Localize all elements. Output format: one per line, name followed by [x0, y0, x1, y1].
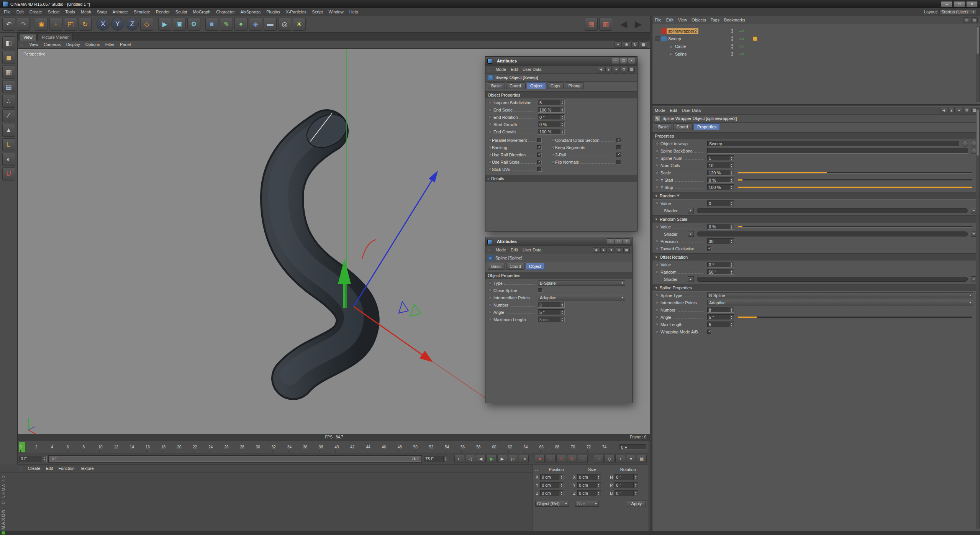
- play-button[interactable]: ▶: [487, 455, 497, 463]
- spinner[interactable]: ▲▼: [729, 315, 734, 320]
- tab-caps[interactable]: Caps: [547, 82, 564, 89]
- frame-number[interactable]: 42: [350, 445, 366, 449]
- animation-dot[interactable]: [488, 289, 492, 292]
- frame-number[interactable]: 0: [20, 445, 35, 449]
- value-field[interactable]: 5 cm▲▼: [538, 317, 565, 322]
- animation-dot[interactable]: [488, 318, 492, 321]
- timeline-range-slider[interactable]: 0 F 75 F: [48, 455, 422, 463]
- minimize-button[interactable]: –: [612, 58, 619, 64]
- spinner[interactable]: ▲▼: [443, 456, 448, 462]
- viewport-menu-filter[interactable]: Filter: [105, 42, 115, 47]
- menu-select[interactable]: Select: [48, 10, 60, 14]
- layout-dropdown[interactable]: Startup (User) ▼: [939, 9, 976, 15]
- animation-dot[interactable]: [656, 156, 659, 160]
- layout-tab-view[interactable]: View: [19, 34, 37, 41]
- animation-dot[interactable]: [488, 115, 492, 119]
- slider-track[interactable]: [738, 226, 972, 228]
- size-field[interactable]: 0 cm▲▼: [577, 490, 601, 496]
- value-field[interactable]: 120 %▲▼: [707, 170, 734, 176]
- om-menu-tags[interactable]: Tags: [711, 18, 719, 22]
- spinner[interactable]: ▲▼: [42, 456, 46, 462]
- autokey-button[interactable]: ◌: [594, 455, 604, 463]
- points-mode-button[interactable]: ∴: [2, 95, 15, 108]
- history-back-icon[interactable]: ◀: [941, 108, 947, 113]
- camera-view-label[interactable]: Perspective: [23, 52, 45, 56]
- timeline-layout-button[interactable]: ▦: [637, 455, 647, 463]
- coordinates-manager-button[interactable]: ▥: [599, 18, 612, 31]
- add-deformer-button[interactable]: ◈: [249, 18, 262, 31]
- window-title-bar[interactable]: Attributes –□×: [485, 57, 637, 66]
- spinner[interactable]: ▲▼: [729, 156, 734, 161]
- next-frame-button[interactable]: ▶: [497, 455, 507, 463]
- panel-handle-icon[interactable]: ∷: [19, 466, 21, 471]
- om-menu-objects[interactable]: Objects: [692, 18, 706, 22]
- spinner[interactable]: ▲▼: [729, 163, 734, 168]
- frame-number[interactable]: 38: [319, 445, 334, 449]
- frame-number[interactable]: 16: [146, 445, 161, 449]
- value-field[interactable]: 8▲▼: [538, 302, 565, 308]
- close-button[interactable]: ×: [966, 1, 978, 7]
- viewport-pan-icon[interactable]: +: [615, 41, 622, 48]
- spinner[interactable]: ▲▼: [633, 474, 638, 480]
- render-picture-viewer-button[interactable]: ▣: [173, 18, 186, 31]
- picker-button[interactable]: [962, 141, 968, 147]
- frame-number[interactable]: 34: [287, 445, 303, 449]
- frame-number[interactable]: 48: [398, 445, 413, 449]
- dropdown[interactable]: B-Spline▼: [707, 292, 973, 298]
- keyframe-selection-button[interactable]: ◇: [605, 455, 615, 463]
- frame-number[interactable]: 44: [366, 445, 382, 449]
- gear-icon[interactable]: ⚙: [964, 108, 970, 113]
- spline-handle-green[interactable]: [410, 305, 421, 316]
- section-object-properties[interactable]: Object Properties: [485, 91, 637, 99]
- next-key-button[interactable]: ▷: [508, 455, 518, 463]
- value-field[interactable]: 0▲▼: [707, 200, 734, 206]
- y-axis-lock-button[interactable]: Y: [111, 18, 124, 31]
- x-axis-lock-button[interactable]: X: [97, 18, 110, 31]
- animation-dot[interactable]: [656, 323, 659, 326]
- value-field[interactable]: 0 %▲▼: [707, 177, 734, 183]
- win-menu-mode[interactable]: Mode: [495, 248, 506, 252]
- animation-dot[interactable]: [552, 160, 555, 164]
- pin-icon[interactable]: ▲: [600, 247, 607, 253]
- minimize-button[interactable]: –: [607, 238, 614, 245]
- spinner[interactable]: ▲▼: [729, 201, 734, 206]
- dropdown[interactable]: Adaptive▼: [707, 300, 973, 305]
- frame-number[interactable]: 6: [67, 445, 82, 449]
- lock-icon[interactable]: ●: [608, 247, 615, 253]
- animation-dot[interactable]: [552, 146, 555, 149]
- maximize-button[interactable]: □: [620, 58, 627, 64]
- value-field[interactable]: 0 %▲▼: [707, 224, 734, 230]
- section-object-properties[interactable]: Object Properties: [485, 272, 632, 279]
- sound-toggle-button[interactable]: ♪: [615, 455, 625, 463]
- checkbox[interactable]: [538, 288, 542, 293]
- animation-dot[interactable]: [656, 164, 659, 167]
- position-field[interactable]: 0 cm▲▼: [540, 482, 564, 488]
- spinner[interactable]: ▲▼: [633, 491, 638, 496]
- tab-basic[interactable]: Basic: [655, 123, 672, 130]
- animation-dot[interactable]: [488, 101, 492, 104]
- range-bar[interactable]: 0 F 75 F: [49, 456, 421, 462]
- animation-dot[interactable]: [552, 138, 555, 142]
- animation-dot[interactable]: [488, 138, 492, 142]
- shader-expand-button[interactable]: ▸: [688, 276, 694, 282]
- frame-number[interactable]: 58: [476, 445, 492, 449]
- win-menu-mode[interactable]: Mode: [495, 67, 506, 72]
- layout-tab-picture-viewer[interactable]: Picture Viewer: [38, 34, 73, 41]
- checkbox[interactable]: [537, 160, 542, 164]
- menu-sculpt[interactable]: Sculpt: [175, 10, 187, 14]
- enable-checks[interactable]: ✓✓: [739, 29, 744, 33]
- add-spline-button[interactable]: ✎: [220, 18, 233, 31]
- layout-grid-icon[interactable]: ▦: [623, 247, 630, 253]
- menu-aixsponza[interactable]: AixSponza: [241, 10, 261, 14]
- snap-button[interactable]: U: [2, 167, 15, 181]
- render-settings-button[interactable]: ⚙: [187, 18, 200, 31]
- frame-number[interactable]: 20: [177, 445, 193, 449]
- spinner[interactable]: ▲▼: [596, 474, 601, 480]
- rotation-field[interactable]: 0 °▲▼: [615, 474, 638, 480]
- history-back-icon[interactable]: ◀: [593, 247, 599, 253]
- win-menu-user-data[interactable]: User Data: [523, 67, 542, 72]
- slider-track[interactable]: [738, 187, 972, 188]
- frame-number[interactable]: 18: [161, 445, 177, 449]
- checkbox[interactable]: [537, 167, 542, 172]
- redo-button[interactable]: ↷: [17, 18, 30, 31]
